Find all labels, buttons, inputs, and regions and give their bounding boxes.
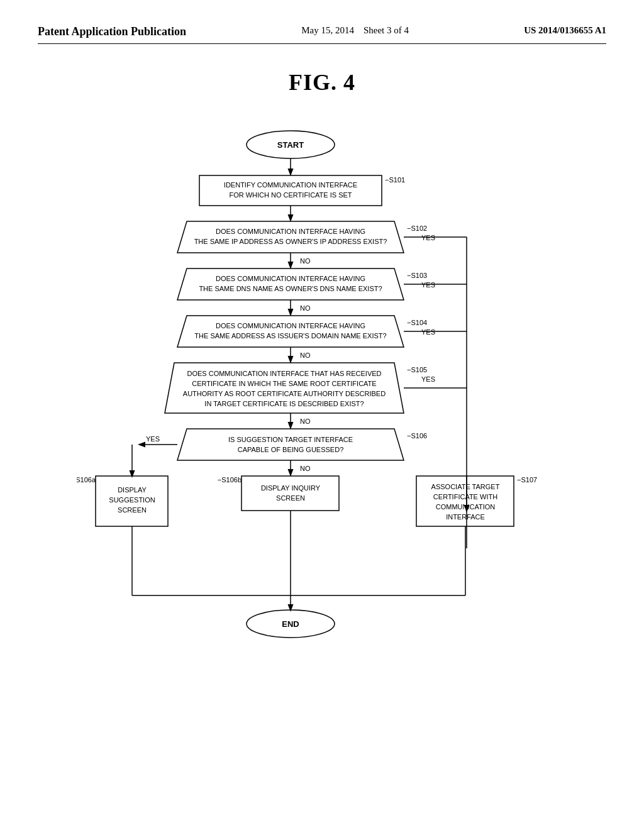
s106-text1: IS SUGGESTION TARGET INTERFACE: [228, 436, 353, 443]
s107-text4: INTERFACE: [446, 513, 485, 521]
s104-text: DOES COMMUNICATION INTERFACE HAVING: [216, 322, 365, 329]
s106-label: −S106: [407, 432, 427, 440]
header-center: May 15, 2014 Sheet 3 of 4: [301, 25, 409, 36]
end-label: END: [282, 619, 299, 629]
flowchart-diagram: START IDENTIFY COMMUNICATION INTERFACE F…: [77, 121, 567, 687]
page: Patent Application Publication May 15, 2…: [0, 0, 644, 830]
svg-rect-2: [199, 175, 382, 206]
s104-no: NO: [300, 351, 311, 359]
header-patent-number: US 2014/0136655 A1: [524, 25, 606, 36]
s102-text2: THE SAME IP ADDRESS AS OWNER'S IP ADDRES…: [194, 238, 387, 245]
s104-yes: YES: [421, 328, 435, 336]
s107-text3: COMMUNICATION: [436, 503, 496, 511]
s102-text: DOES COMMUNICATION INTERFACE HAVING: [216, 228, 365, 235]
s102-yes: YES: [421, 234, 435, 241]
s105-label: −S105: [407, 366, 427, 374]
s105-yes: YES: [421, 375, 435, 383]
s103-text: DOES COMMUNICATION INTERFACE HAVING: [216, 275, 365, 282]
s106a-label: −S106a: [77, 476, 96, 484]
s106b-label: −S106b: [218, 476, 242, 484]
svg-marker-11: [177, 316, 404, 347]
s103-no: NO: [300, 304, 311, 312]
s102-no: NO: [300, 257, 311, 265]
s105-text4: IN TARGET CERTIFICATE IS DESCRIBED EXIST…: [204, 400, 364, 407]
header-publication-label: Patent Application Publication: [38, 25, 186, 38]
svg-rect-22: [242, 476, 339, 511]
s105-text1: DOES COMMUNICATION INTERFACE THAT HAS RE…: [187, 370, 381, 377]
s106a-text2: SUGGESTION: [109, 496, 155, 504]
s106-text2: CAPABLE OF BEING GUESSED?: [238, 446, 344, 453]
s105-text3: AUTHORITY AS ROOT CERTIFICATE AUTHORITY …: [183, 390, 386, 397]
s104-label: −S104: [407, 319, 427, 326]
s106b-text1: DISPLAY INQUIRY: [261, 484, 321, 492]
s105-text2: CERTIFICATE IN WHICH THE SAME ROOT CERTI…: [192, 380, 376, 387]
start-label: START: [277, 140, 304, 150]
s106-no: NO: [300, 465, 311, 472]
header-date: May 15, 2014: [301, 25, 354, 35]
svg-marker-8: [177, 268, 404, 300]
header: Patent Application Publication May 15, 2…: [38, 25, 606, 44]
header-sheet: Sheet 3 of 4: [364, 25, 409, 35]
s106b-text2: SCREEN: [276, 494, 305, 502]
s107-text1: ASSOCIATE TARGET: [431, 483, 500, 490]
s103-text2: THE SAME DNS NAME AS OWNER'S DNS NAME EX…: [199, 285, 382, 292]
s101-text2: FOR WHICH NO CERTIFICATE IS SET: [229, 191, 352, 199]
s106a-text3: SCREEN: [118, 506, 147, 514]
s101-label: −S101: [385, 176, 405, 184]
s104-text2: THE SAME ADDRESS AS ISSUER'S DOMAIN NAME…: [194, 332, 386, 340]
s106-yes: YES: [146, 435, 160, 443]
svg-marker-17: [177, 429, 404, 460]
s103-yes: YES: [421, 281, 435, 289]
svg-marker-4: [177, 221, 404, 253]
s107-text2: CERTIFICATE WITH: [433, 493, 497, 501]
s101-text: IDENTIFY COMMUNICATION INTERFACE: [224, 181, 357, 189]
figure-title: FIG. 4: [38, 69, 606, 96]
s105-no: NO: [300, 418, 311, 425]
s107-label: −S107: [517, 476, 537, 484]
s106a-text1: DISPLAY: [118, 486, 147, 494]
s103-label: −S103: [407, 272, 427, 279]
s102-label: −S102: [407, 224, 427, 232]
